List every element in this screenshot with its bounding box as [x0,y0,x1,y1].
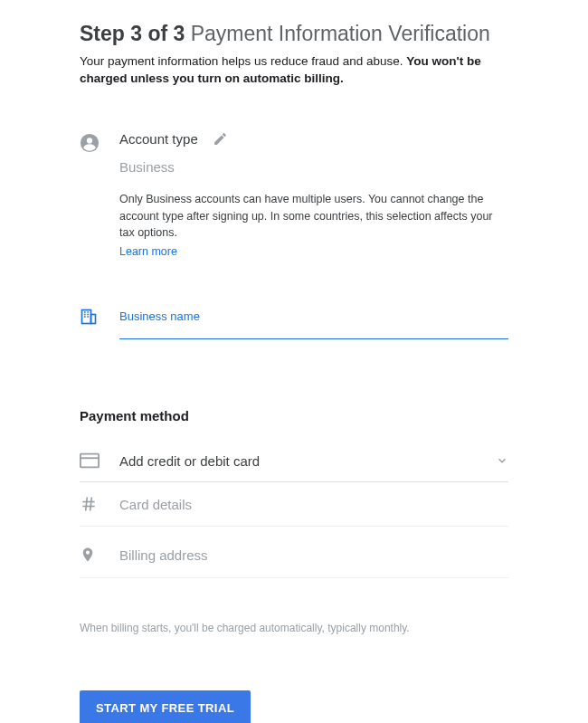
page-subtitle: Your payment information helps us reduce… [80,53,508,88]
svg-line-15 [90,498,92,511]
payment-method-heading: Payment method [80,408,508,423]
billing-address-row[interactable]: Billing address [80,532,508,578]
card-details-placeholder: Card details [119,497,508,512]
credit-card-icon [80,452,119,469]
location-icon [80,545,119,565]
sub-a: Your payment information helps us reduce… [80,54,406,68]
business-name-input[interactable]: Business name [119,306,508,339]
billing-address-placeholder: Billing address [119,547,508,563]
account-type-description: Only Business accounts can have multiple… [119,191,508,242]
svg-line-14 [86,498,88,511]
building-icon [80,306,119,326]
svg-point-1 [87,138,92,143]
learn-more-link[interactable]: Learn more [119,245,177,258]
account-type-section: Account type Business Only Business acco… [80,131,508,259]
page-title: Step 3 of 3 Payment Information Verifica… [80,22,508,46]
title-rest: Payment Information Verification [185,22,490,45]
svg-rect-10 [81,454,99,468]
add-card-label: Add credit or debit card [119,453,496,469]
business-name-label: Business name [119,309,200,323]
chevron-down-icon [496,454,508,467]
business-name-section: Business name [80,306,508,339]
start-trial-button[interactable]: START MY FREE TRIAL [80,690,251,723]
edit-icon[interactable] [213,131,228,147]
billing-footnote: When billing starts, you'll be charged a… [80,622,508,634]
add-card-row[interactable]: Add credit or debit card [80,440,508,482]
card-details-row[interactable]: Card details [80,482,508,527]
account-icon [80,131,119,153]
svg-rect-3 [91,315,96,324]
account-type-value: Business [119,159,508,175]
svg-rect-2 [82,310,91,324]
step-indicator: Step 3 of 3 [80,22,185,45]
hash-icon [80,495,119,513]
account-type-label: Account type [119,131,198,147]
